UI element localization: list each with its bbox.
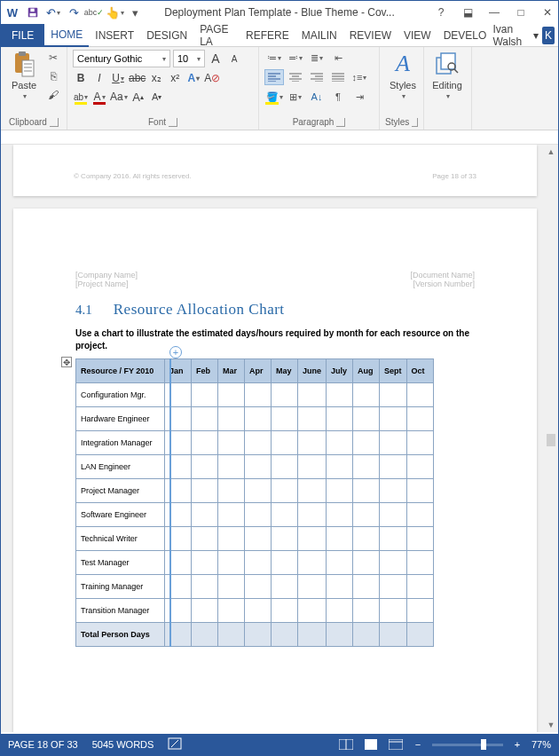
shading-button[interactable]: 🪣▾	[264, 89, 284, 105]
tab-design[interactable]: DESIGN	[140, 24, 193, 47]
user-name: Ivan Walsh	[492, 23, 530, 48]
print-layout-icon[interactable]	[363, 738, 379, 751]
close-icon[interactable]: ✕	[540, 5, 555, 20]
scroll-down-icon[interactable]: ▼	[544, 718, 558, 732]
th-feb[interactable]: Feb	[192, 359, 218, 383]
zoom-slider[interactable]	[432, 744, 503, 746]
align-left-button[interactable]	[264, 69, 284, 85]
vertical-scrollbar[interactable]: ▲ ▼	[544, 145, 558, 732]
justify-button[interactable]	[328, 69, 348, 85]
tab-view[interactable]: VIEW	[398, 24, 437, 47]
sort-button[interactable]: A↓	[307, 89, 327, 105]
help-icon[interactable]: ?	[434, 5, 448, 20]
tab-mailings[interactable]: MAILIN	[295, 24, 343, 47]
clear-formatting-button[interactable]: A⊘	[204, 70, 220, 86]
ribbon-collapse-icon[interactable]: ⬓	[461, 5, 475, 20]
font-dialog-launcher-icon[interactable]	[169, 118, 177, 127]
numbering-button[interactable]: ≕▾	[286, 50, 305, 66]
tab-file[interactable]: FILE	[1, 24, 44, 47]
styles-button[interactable]: A Styles ▾	[385, 50, 421, 100]
read-mode-icon[interactable]	[338, 738, 354, 751]
spellcheck-icon[interactable]: abc✓	[86, 4, 102, 20]
align-right-button[interactable]	[307, 69, 327, 85]
zoom-in-button[interactable]: +	[512, 739, 523, 750]
decrease-indent-button[interactable]: ⇤	[328, 50, 348, 66]
word-app-icon[interactable]: W	[4, 4, 20, 20]
subscript-button[interactable]: x₂	[148, 70, 164, 86]
th-jun[interactable]: June	[298, 359, 327, 383]
undo-icon[interactable]: ↶▾	[45, 4, 61, 20]
user-account[interactable]: Ivan Walsh ▾ K	[492, 23, 558, 48]
styles-dialog-launcher-icon[interactable]	[412, 118, 418, 127]
save-icon[interactable]	[25, 4, 41, 20]
web-layout-icon[interactable]	[388, 738, 404, 751]
copy-icon[interactable]: ⎘	[45, 68, 61, 84]
th-oct[interactable]: Oct	[406, 359, 433, 383]
th-resource[interactable]: Resource / FY 2010	[76, 359, 165, 383]
shrink-font2-icon[interactable]: A▾	[149, 89, 165, 105]
scroll-thumb[interactable]	[547, 434, 555, 446]
multilevel-button[interactable]: ≣▾	[307, 50, 327, 66]
bold-button[interactable]: B	[73, 70, 89, 86]
tab-developer[interactable]: DEVELO	[437, 24, 493, 47]
tab-insert[interactable]: INSERT	[89, 24, 140, 47]
grow-font2-icon[interactable]: A▴	[130, 89, 146, 105]
paragraph-dialog-launcher-icon[interactable]	[336, 118, 345, 127]
maximize-icon[interactable]: □	[514, 5, 528, 20]
body-paragraph[interactable]: Use a chart to illustrate the estimated …	[75, 327, 475, 351]
ruler[interactable]	[1, 130, 558, 145]
show-hide-button[interactable]: ¶	[328, 89, 348, 105]
status-words[interactable]: 5045 WORDS	[92, 739, 154, 750]
th-jan[interactable]: Jan	[165, 359, 192, 383]
increase-indent-button[interactable]: ⇥	[350, 89, 369, 105]
touch-mode-icon[interactable]: 👆▾	[106, 4, 122, 20]
th-sep[interactable]: Sept	[380, 359, 407, 383]
resource-allocation-table[interactable]: Resource / FY 2010 Jan Feb Mar Apr May J…	[75, 358, 434, 647]
bullets-button[interactable]: ≔▾	[264, 50, 284, 66]
format-painter-icon[interactable]: 🖌	[45, 87, 61, 103]
status-proofing-icon[interactable]	[168, 737, 182, 752]
italic-button[interactable]: I	[91, 70, 107, 86]
grow-font-icon[interactable]: A	[208, 51, 224, 67]
document-area[interactable]: © Company 2016. All rights reserved. Pag…	[1, 145, 558, 732]
tab-references[interactable]: REFERE	[240, 24, 295, 47]
th-may[interactable]: May	[272, 359, 298, 383]
paste-button[interactable]: Paste ▾	[6, 50, 42, 100]
paste-icon	[12, 50, 35, 78]
table-insert-column-icon[interactable]: +	[169, 346, 182, 358]
align-center-button[interactable]	[286, 69, 305, 85]
redo-icon[interactable]: ↷	[66, 4, 82, 20]
highlight-button[interactable]: ab▾	[73, 89, 89, 105]
scroll-track[interactable]	[544, 159, 558, 718]
status-page[interactable]: PAGE 18 OF 33	[8, 739, 78, 750]
tab-page-layout[interactable]: PAGE LA	[193, 24, 240, 47]
strikethrough-button[interactable]: abc	[129, 70, 146, 86]
document-page[interactable]: [Company Name] [Project Name] [Document …	[13, 209, 537, 732]
editing-button[interactable]: Editing ▾	[429, 50, 465, 100]
underline-button[interactable]: U▾	[110, 70, 126, 86]
th-jul[interactable]: July	[327, 359, 353, 383]
tab-review[interactable]: REVIEW	[343, 24, 398, 47]
font-color-button[interactable]: A▾	[91, 89, 107, 105]
superscript-button[interactable]: x²	[167, 70, 183, 86]
th-apr[interactable]: Apr	[245, 359, 272, 383]
cut-icon[interactable]: ✂	[45, 50, 61, 66]
zoom-level[interactable]: 77%	[531, 739, 551, 750]
font-name-combo[interactable]: Century Gothic▾	[73, 50, 170, 67]
change-case-button[interactable]: Aa▾	[110, 89, 128, 105]
qat-customize-icon[interactable]: ▾	[127, 4, 143, 20]
th-aug[interactable]: Aug	[353, 359, 380, 383]
table-move-handle-icon[interactable]: ✥	[61, 357, 72, 367]
line-spacing-button[interactable]: ↕≡▾	[350, 69, 369, 85]
clipboard-dialog-launcher-icon[interactable]	[50, 118, 59, 127]
text-effects-button[interactable]: A▾	[185, 70, 201, 86]
borders-button[interactable]: ⊞▾	[286, 89, 305, 105]
zoom-out-button[interactable]: −	[413, 739, 423, 750]
shrink-font-icon[interactable]: A	[226, 51, 242, 67]
zoom-thumb[interactable]	[481, 739, 486, 750]
minimize-icon[interactable]: —	[487, 5, 501, 20]
tab-home[interactable]: HOME	[44, 24, 89, 47]
th-mar[interactable]: Mar	[218, 359, 245, 383]
scroll-up-icon[interactable]: ▲	[544, 145, 558, 159]
font-size-combo[interactable]: 10▾	[173, 50, 205, 67]
